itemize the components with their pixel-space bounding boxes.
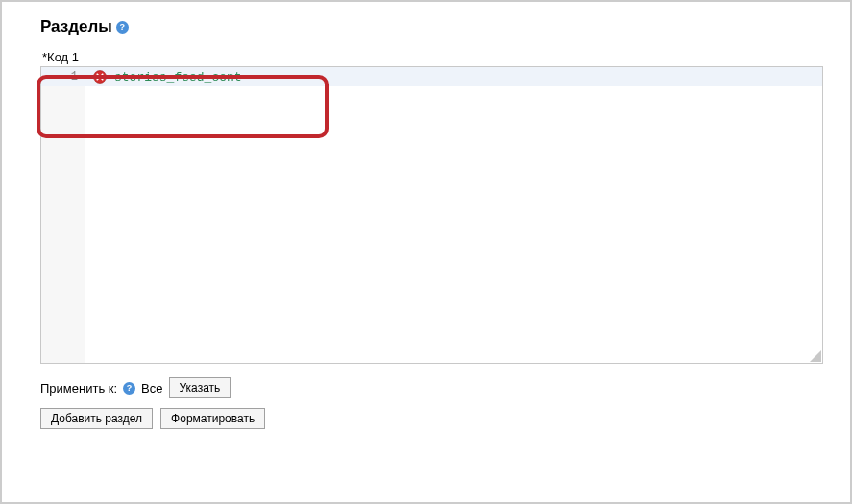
resize-handle[interactable] (810, 350, 821, 362)
code-editor[interactable]: 1 stories_feed_cont (40, 66, 823, 364)
add-section-button[interactable]: Добавить раздел (40, 408, 153, 429)
apply-row: Применить к: ? Все Указать (40, 377, 823, 398)
editor-gutter (41, 67, 85, 363)
help-icon[interactable]: ? (123, 382, 135, 395)
heading-text: Разделы (40, 17, 112, 36)
format-button[interactable]: Форматировать (160, 408, 265, 429)
controls: Применить к: ? Все Указать Добавить разд… (40, 377, 823, 429)
section-heading: Разделы ? (40, 17, 835, 36)
panel: Разделы ? *Код 1 1 stories_feed_cont При… (0, 0, 852, 504)
button-row: Добавить раздел Форматировать (40, 408, 823, 429)
error-icon[interactable] (93, 70, 107, 84)
code-line-1[interactable]: 1 stories_feed_cont (41, 67, 822, 86)
code-label: *Код 1 (40, 50, 823, 64)
help-icon[interactable]: ? (116, 21, 129, 34)
code-text: stories_feed_cont (114, 70, 242, 84)
specify-button[interactable]: Указать (169, 377, 231, 398)
apply-label: Применить к: (40, 381, 117, 396)
code-area: *Код 1 1 stories_feed_cont (40, 50, 823, 364)
apply-all-text: Все (141, 381, 162, 396)
line-number: 1 (41, 70, 85, 84)
